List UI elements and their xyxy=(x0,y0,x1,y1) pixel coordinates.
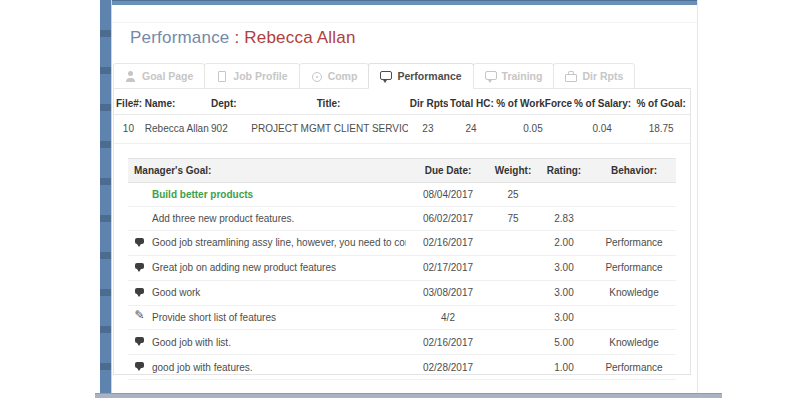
goal-row: good job with features. 02/28/2017 1.00 … xyxy=(128,355,676,380)
page-title-section: Performance xyxy=(130,28,230,47)
employee-dir-rpts: 23 xyxy=(408,115,448,144)
goal-text: Good work xyxy=(152,287,200,298)
column-header-weight: Weight: xyxy=(490,159,536,183)
goal-text: good job with features. xyxy=(152,362,253,373)
app-panel: Performance : Rebecca Allan Goal Page Jo… xyxy=(112,0,698,393)
goal-weight: 25 xyxy=(490,183,536,207)
goal-due-date: 02/28/2017 xyxy=(406,355,490,380)
tab-label: Performance xyxy=(397,64,461,88)
comment-icon xyxy=(135,262,146,273)
goal-text: Add three new product features. xyxy=(152,213,294,224)
goal-row: Great job on adding new product features… xyxy=(128,255,676,280)
column-header-due-date: Due Date: xyxy=(406,159,490,183)
employee-name: Rebecca Allan xyxy=(143,115,209,144)
goal-due-date: 4/2 xyxy=(406,305,490,330)
document-icon xyxy=(216,71,228,82)
goal-rating: 5.00 xyxy=(536,330,592,355)
goal-row: Add three new product features. 06/02/20… xyxy=(128,207,676,231)
goal-due-date: 02/17/2017 xyxy=(406,255,490,280)
goal-rating: 1.00 xyxy=(536,355,592,380)
goal-due-date: 06/02/2017 xyxy=(406,207,490,231)
column-header-behavior: Behavior: xyxy=(592,159,676,183)
tab-label: Dir Rpts xyxy=(582,64,623,88)
comment-icon xyxy=(135,287,146,298)
tab-label: Goal Page xyxy=(142,64,193,88)
column-header-total-hc: Total HC: xyxy=(448,92,494,115)
column-header-dir-rpts: Dir Rpts: xyxy=(408,92,448,115)
employee-row: 10 Rebecca Allan 902 PROJECT MGMT CLIENT… xyxy=(114,115,690,144)
goal-behavior: Performance xyxy=(592,355,676,380)
goal-rating: 2.83 xyxy=(536,207,592,231)
goal-row: Good job with list. 02/16/2017 5.00 Know… xyxy=(128,330,676,355)
page-title-employee: Rebecca Allan xyxy=(244,28,355,47)
goal-weight: 75 xyxy=(490,207,536,231)
goal-weight xyxy=(490,231,536,256)
goal-weight xyxy=(490,330,536,355)
employee-salary-pct: 0.04 xyxy=(572,115,632,144)
goal-row: Build better products 08/04/2017 25 xyxy=(128,183,676,207)
column-header-file: File#: xyxy=(114,92,143,115)
employee-title: PROJECT MGMT CLIENT SERVICES MGMT 6 xyxy=(249,115,407,144)
goal-text: Good job with list. xyxy=(152,337,231,348)
goal-rating: 2.00 xyxy=(536,231,592,256)
goal-due-date: 02/16/2017 xyxy=(406,330,490,355)
goal-row: Good work 03/08/2017 3.00 Knowledge xyxy=(128,280,676,305)
content-card: File#: Name: Dept: Title: Dir Rpts: Tota… xyxy=(113,88,691,375)
goal-behavior: Knowledge xyxy=(592,330,676,355)
comment-icon xyxy=(135,336,146,347)
window-bottom-bar xyxy=(95,393,722,398)
goal-due-date: 08/04/2017 xyxy=(406,183,490,207)
tab-job-profile[interactable]: Job Profile xyxy=(204,63,299,89)
goal-row-icon-cell xyxy=(128,207,150,231)
coins-icon xyxy=(311,71,323,82)
goal-behavior xyxy=(592,207,676,231)
goal-rating: 3.00 xyxy=(536,305,592,330)
goal-rating: 3.00 xyxy=(536,255,592,280)
comment-icon xyxy=(135,237,146,248)
tab-label: Job Profile xyxy=(233,64,287,88)
employee-workforce-pct: 0.05 xyxy=(494,115,572,144)
page-title-separator: : xyxy=(230,28,245,47)
tab-training[interactable]: Training xyxy=(473,63,555,89)
comment-icon xyxy=(485,71,497,82)
comment-icon xyxy=(135,361,146,372)
column-header-goal-pct: % of Goal: xyxy=(632,92,690,115)
goal-weight xyxy=(490,305,536,330)
pencil-icon xyxy=(135,312,146,323)
tab-goal-page[interactable]: Goal Page xyxy=(113,63,205,89)
goal-due-date: 02/16/2017 xyxy=(406,231,490,256)
tab-label: Comp xyxy=(328,64,358,88)
employee-header-row: File#: Name: Dept: Title: Dir Rpts: Tota… xyxy=(114,92,690,115)
goal-behavior: Knowledge xyxy=(592,280,676,305)
window-edge-bar xyxy=(100,0,112,394)
top-accent-bar xyxy=(112,0,697,5)
column-header-name: Name: xyxy=(143,92,209,115)
employee-total-hc: 24 xyxy=(448,115,494,144)
column-header-dept: Dept: xyxy=(209,92,249,115)
goal-behavior: Performance xyxy=(592,231,676,256)
goal-row: Good job streamlining assy line, however… xyxy=(128,231,676,256)
column-header-title: Title: xyxy=(249,92,407,115)
tab-comp[interactable]: Comp xyxy=(299,63,370,89)
employee-file-number: 10 xyxy=(114,115,143,144)
page-title: Performance : Rebecca Allan xyxy=(130,28,356,48)
employee-goal-pct: 18.75 xyxy=(632,115,690,144)
column-header-salary-pct: % of Salary: xyxy=(572,92,632,115)
tab-dir-rpts[interactable]: Dir Rpts xyxy=(553,63,635,89)
goal-rating xyxy=(536,183,592,207)
column-header-workforce-pct: % of WorkForce: xyxy=(494,92,572,115)
goal-behavior: Performance xyxy=(592,255,676,280)
employee-dept: 902 xyxy=(209,115,249,144)
goal-row: Provide short list of features 4/2 3.00 xyxy=(128,305,676,330)
column-header-rating: Rating: xyxy=(536,159,592,183)
briefcase-icon xyxy=(565,71,577,82)
goal-text: Great job on adding new product features xyxy=(152,262,336,273)
goal-due-date: 03/08/2017 xyxy=(406,280,490,305)
employee-summary-table: File#: Name: Dept: Title: Dir Rpts: Tota… xyxy=(114,92,690,144)
column-header-managers-goal: Manager's Goal: xyxy=(128,159,406,183)
manager-goals-table: Manager's Goal: Due Date: Weight: Rating… xyxy=(128,158,676,380)
goal-weight xyxy=(490,280,536,305)
goal-behavior xyxy=(592,305,676,330)
tab-performance[interactable]: Performance xyxy=(368,63,473,89)
goal-weight xyxy=(490,355,536,380)
